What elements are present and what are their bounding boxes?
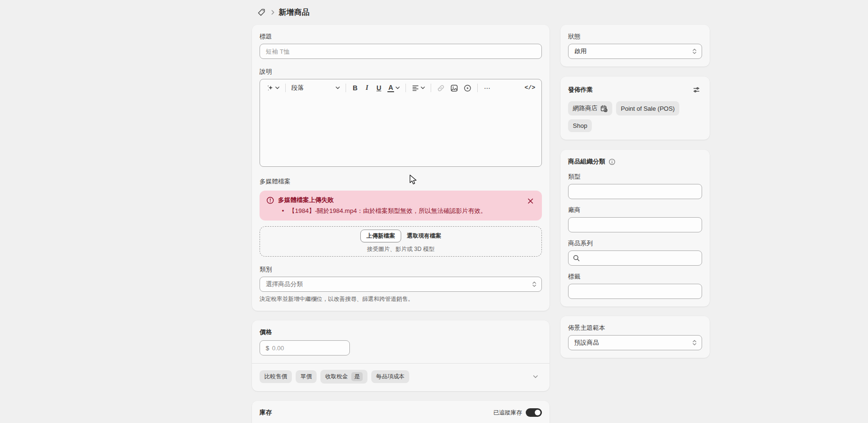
- toolbar-divider: [405, 84, 406, 92]
- insert-image-button[interactable]: [448, 81, 461, 95]
- pricing-card: 價格 $ 比較售價 單價 收取稅金 是 每品項成本: [252, 320, 550, 391]
- theme-template-value: 預設商品: [574, 338, 599, 347]
- upload-new-file-button[interactable]: 上傳新檔案: [360, 230, 401, 242]
- price-input[interactable]: [272, 345, 344, 352]
- breadcrumb: 新增商品: [256, 7, 309, 18]
- expand-pricing-button[interactable]: [529, 370, 542, 384]
- chevron-down-icon: [275, 87, 280, 89]
- bullet-icon: •: [282, 207, 284, 215]
- collections-search-input[interactable]: [568, 250, 702, 266]
- text-color-button[interactable]: A: [385, 81, 402, 95]
- channel-pos: Point of Sale (POS): [616, 101, 679, 115]
- charge-tax-label: 收取稅金: [325, 373, 348, 381]
- title-input[interactable]: [260, 44, 542, 59]
- sliders-icon: [693, 86, 700, 94]
- search-icon: [573, 255, 580, 262]
- underline-button[interactable]: U: [373, 81, 385, 95]
- media-dropzone[interactable]: 上傳新檔案 選取現有檔案 接受圖片、影片或 3D 模型: [260, 226, 542, 257]
- editor-toolbar: 段落 B I U A: [260, 79, 541, 96]
- page-title: 新增商品: [279, 8, 309, 18]
- chevron-down-icon: [395, 87, 400, 89]
- chevron-down-icon: [533, 375, 538, 379]
- organization-card: 商品組織分類 類型 廠商 商品系列: [560, 150, 710, 307]
- select-caret-icon: [692, 339, 697, 346]
- align-left-icon: [412, 84, 419, 92]
- category-label: 類別: [260, 265, 542, 274]
- paragraph-style-label: 段落: [291, 84, 304, 92]
- title-label: 標題: [260, 32, 542, 41]
- ellipsis-icon: ⋯: [484, 84, 491, 92]
- vendor-label: 廠商: [568, 206, 702, 214]
- toolbar-divider: [346, 84, 346, 92]
- category-select[interactable]: 選擇商品分類: [260, 277, 542, 292]
- description-editor-body[interactable]: [260, 96, 541, 166]
- side-column: 狀態 啟用 發佈作業 網路商店: [560, 25, 710, 368]
- insert-video-button[interactable]: [461, 81, 474, 95]
- chevron-down-icon: [336, 87, 340, 89]
- media-label: 多媒體檔案: [260, 177, 542, 186]
- vendor-input[interactable]: [568, 217, 702, 232]
- ai-magic-button[interactable]: [264, 81, 282, 95]
- tags-input[interactable]: [568, 284, 702, 299]
- price-field[interactable]: $: [260, 340, 350, 356]
- channel-online-store: 網路商店: [568, 101, 612, 115]
- collections-label: 商品系列: [568, 239, 702, 248]
- more-options-button[interactable]: ⋯: [481, 81, 494, 95]
- select-caret-icon: [692, 48, 697, 55]
- pricing-title: 價格: [260, 328, 542, 336]
- magic-icon: [266, 84, 274, 92]
- unit-price-pill[interactable]: 單價: [296, 370, 317, 383]
- product-details-card: 標題 說明 段落: [252, 25, 550, 311]
- media-error-banner: 多媒體檔案上傳失敗 • 【1984】-關於1984.mp4：由於檔案類型無效，所…: [260, 191, 542, 221]
- inventory-title: 庫存: [260, 408, 272, 417]
- track-inventory-toggle[interactable]: [526, 408, 542, 417]
- manage-channels-button[interactable]: [691, 84, 702, 96]
- show-html-button[interactable]: </>: [522, 81, 538, 95]
- alignment-button[interactable]: [409, 81, 427, 95]
- compare-at-price-pill[interactable]: 比較售價: [260, 370, 292, 383]
- alert-circle-icon: [266, 196, 274, 204]
- toolbar-divider: [285, 84, 286, 92]
- type-label: 類型: [568, 173, 702, 181]
- link-button[interactable]: [434, 81, 447, 95]
- channel-label: Point of Sale (POS): [621, 105, 675, 112]
- text-color-icon: A: [387, 84, 394, 92]
- type-input[interactable]: [568, 184, 702, 199]
- inventory-card: 庫存 已追蹤庫存: [252, 401, 550, 423]
- dismiss-error-button[interactable]: [526, 196, 535, 206]
- toggle-knob: [535, 410, 540, 415]
- products-tag-icon[interactable]: [256, 7, 267, 18]
- bold-button[interactable]: B: [349, 81, 361, 95]
- bold-icon: B: [352, 84, 358, 92]
- status-card: 狀態 啟用: [560, 25, 710, 67]
- dropzone-hint: 接受圖片、影片或 3D 模型: [367, 245, 434, 253]
- theme-template-select[interactable]: 預設商品: [568, 335, 702, 350]
- select-caret-icon: [531, 281, 537, 288]
- calendar-clock-icon[interactable]: [600, 105, 608, 112]
- toolbar-divider: [477, 84, 478, 92]
- charge-tax-pill[interactable]: 收取稅金 是: [320, 370, 367, 384]
- charge-tax-value: 是: [351, 372, 363, 381]
- cost-per-item-pill[interactable]: 每品項成本: [371, 370, 409, 383]
- italic-icon: I: [364, 84, 370, 92]
- theme-template-card: 佈景主題範本 預設商品: [560, 316, 710, 358]
- media-error-text: 【1984】-關於1984.mp4：由於檔案類型無效，所以無法確認影片有效。: [289, 207, 487, 215]
- channel-label: Shop: [573, 122, 587, 129]
- theme-template-label: 佈景主題範本: [568, 324, 702, 332]
- description-label: 說明: [260, 67, 542, 76]
- status-label: 狀態: [568, 32, 702, 41]
- channel-chips: 網路商店 Point of Sale (POS) Shop: [568, 101, 702, 132]
- select-existing-file-button[interactable]: 選取現有檔案: [407, 232, 441, 240]
- chevron-down-icon: [421, 87, 425, 89]
- link-icon: [437, 84, 445, 92]
- status-select[interactable]: 啟用: [568, 44, 702, 59]
- paragraph-style-dropdown[interactable]: 段落: [289, 81, 342, 95]
- code-icon: </>: [524, 85, 535, 91]
- tags-label: 標籤: [568, 272, 702, 281]
- media-error-title: 多媒體檔案上傳失敗: [278, 196, 522, 204]
- pricing-options-row: 比較售價 單價 收取稅金 是 每品項成本: [260, 364, 542, 384]
- info-icon[interactable]: [608, 158, 616, 165]
- italic-button[interactable]: I: [361, 81, 373, 95]
- image-icon: [450, 84, 458, 92]
- toolbar-divider: [431, 84, 431, 92]
